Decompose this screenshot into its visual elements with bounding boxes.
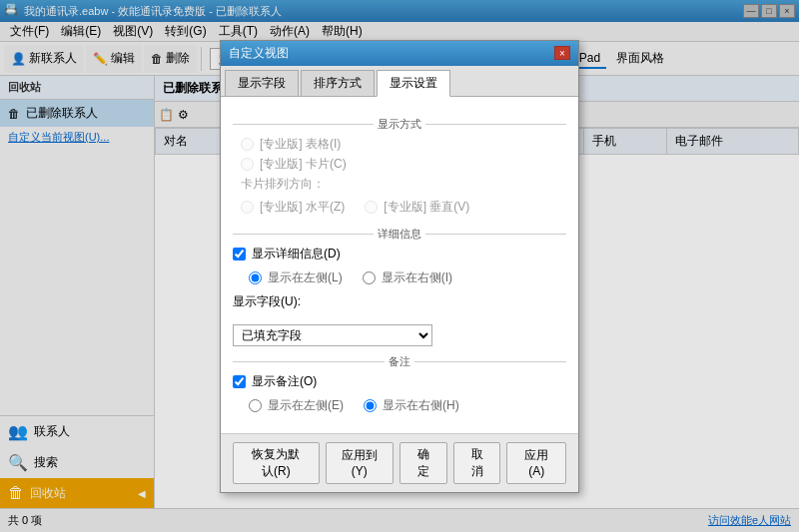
- detail-info-section-title: 详细信息: [233, 227, 566, 242]
- ok-button[interactable]: 确定: [400, 442, 447, 484]
- radio-table-input[interactable]: [241, 138, 254, 151]
- dialog-close-button[interactable]: ×: [554, 46, 570, 60]
- restore-default-button[interactable]: 恢复为默认(R): [233, 442, 320, 484]
- detail-right-input[interactable]: [363, 271, 376, 284]
- detail-left-input[interactable]: [249, 271, 262, 284]
- radio-vertical-label: [专业版] 垂直(V): [384, 199, 469, 216]
- tab-sort[interactable]: 排序方式: [301, 70, 375, 96]
- dialog-tabs: 显示字段 排序方式 显示设置: [221, 66, 578, 97]
- radio-card-input[interactable]: [241, 158, 254, 171]
- dialog-title-bar: 自定义视图 ×: [221, 41, 578, 66]
- detail-left-radio: 显示在左侧(L): [249, 269, 343, 286]
- detail-right-label: 显示在右侧(I): [382, 269, 452, 286]
- radio-horizontal-input[interactable]: [241, 201, 254, 214]
- show-notes-label: 显示备注(O): [252, 373, 317, 390]
- dialog-footer: 恢复为默认(R) 应用到(Y) 确定 取消 应用(A): [221, 433, 578, 492]
- radio-horizontal: [专业版] 水平(Z): [241, 199, 345, 216]
- notes-left-radio: 显示在左侧(E): [249, 397, 344, 414]
- radio-card: [专业版] 卡片(C): [233, 156, 566, 173]
- show-notes-checkbox-item: 显示备注(O): [233, 373, 566, 390]
- dialog-content: 显示方式 [专业版] 表格(I) [专业版] 卡片(C) 卡片排列方向：: [221, 97, 578, 433]
- tab-display-fields[interactable]: 显示字段: [225, 70, 299, 96]
- show-detail-label: 显示详细信息(D): [252, 246, 341, 263]
- cancel-button[interactable]: 取消: [453, 442, 501, 484]
- radio-horizontal-label: [专业版] 水平(Z): [260, 199, 345, 216]
- apply-to-button[interactable]: 应用到(Y): [326, 442, 394, 484]
- notes-section-title: 备注: [233, 354, 566, 369]
- tab-display-settings[interactable]: 显示设置: [377, 70, 450, 97]
- dialog-overlay: 自定义视图 × 显示字段 排序方式 显示设置 显示方式 [专业版] 表格(I): [0, 0, 799, 532]
- display-mode-group: [专业版] 表格(I) [专业版] 卡片(C) 卡片排列方向： [专业版] 水平…: [233, 136, 566, 219]
- show-detail-checkbox-item: 显示详细信息(D): [233, 246, 566, 263]
- detail-position-row: 显示在左侧(L) 显示在右侧(I): [241, 266, 566, 289]
- dialog-title-text: 自定义视图: [229, 45, 289, 62]
- detail-right-radio: 显示在右侧(I): [363, 269, 452, 286]
- radio-table-label: [专业版] 表格(I): [260, 136, 341, 153]
- radio-vertical-input[interactable]: [365, 201, 378, 214]
- card-direction-label: 卡片排列方向：: [233, 176, 566, 193]
- notes-right-input[interactable]: [364, 399, 377, 412]
- show-detail-checkbox[interactable]: [233, 248, 246, 261]
- apply-button[interactable]: 应用(A): [506, 442, 566, 484]
- display-field-select[interactable]: 已填充字段 所有字段: [233, 324, 432, 346]
- notes-left-input[interactable]: [249, 399, 262, 412]
- detail-left-label: 显示在左侧(L): [268, 269, 343, 286]
- customize-dialog: 自定义视图 × 显示字段 排序方式 显示设置 显示方式 [专业版] 表格(I): [220, 40, 579, 493]
- notes-position-row: 显示在左侧(E) 显示在右侧(H): [241, 394, 566, 417]
- notes-right-label: 显示在右侧(H): [383, 397, 459, 414]
- display-field-label: 显示字段(U):: [233, 294, 301, 308]
- radio-card-label: [专业版] 卡片(C): [260, 156, 347, 173]
- card-direction-row: [专业版] 水平(Z) [专业版] 垂直(V): [233, 196, 566, 219]
- show-notes-checkbox[interactable]: [233, 375, 246, 388]
- radio-vertical: [专业版] 垂直(V): [365, 199, 469, 216]
- display-mode-section-title: 显示方式: [233, 117, 566, 132]
- display-field-row: 显示字段(U): 已填充字段 所有字段: [233, 293, 566, 346]
- notes-left-label: 显示在左侧(E): [268, 397, 344, 414]
- radio-table: [专业版] 表格(I): [233, 136, 566, 153]
- notes-right-radio: 显示在右侧(H): [364, 397, 459, 414]
